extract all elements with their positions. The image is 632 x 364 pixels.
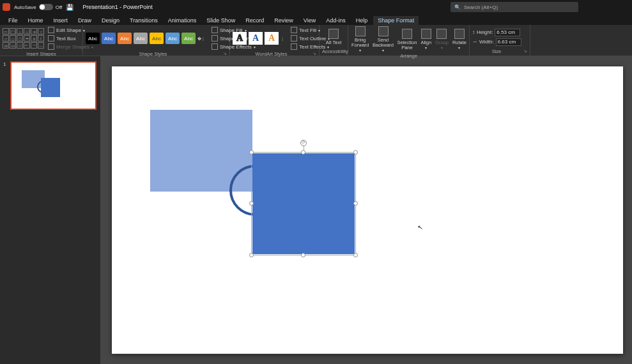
rotate-line <box>304 146 304 151</box>
dialog-launcher-icon[interactable]: ↘ <box>220 51 227 56</box>
slide-canvas-area[interactable]: ↖ <box>100 56 632 364</box>
autosave-toggle[interactable]: AutoSave Off <box>14 4 62 10</box>
selection-pane-icon <box>402 29 412 39</box>
document-title: Presentation1 - PowerPoint <box>82 4 153 10</box>
style-thumb[interactable]: Abc <box>118 33 132 44</box>
send-backward-icon <box>378 26 389 36</box>
align-icon <box>421 29 431 39</box>
tab-review[interactable]: Review <box>270 16 298 25</box>
wordart-gallery[interactable]: A A A ⋮ <box>233 32 284 45</box>
dialog-launcher-icon[interactable]: ↘ <box>521 49 527 54</box>
thumbnail-panel[interactable]: 1 <box>0 56 100 364</box>
style-thumb[interactable]: Abc <box>134 33 148 44</box>
text-box-icon <box>48 35 54 42</box>
group-label: Accessibility <box>322 48 345 54</box>
group-shape-styles: Abc Abc Abc Abc Abc Abc Abc �⋮ Shape Fil… <box>83 25 230 56</box>
gallery-more-icon[interactable]: �⋮ <box>197 36 205 41</box>
rotate-button[interactable]: Rotate▾ <box>452 29 467 50</box>
autosave-label: AutoSave <box>14 4 36 10</box>
wordart-thumb[interactable]: A <box>249 32 263 45</box>
autosave-state: Off <box>56 4 63 10</box>
text-fill-icon <box>291 27 297 33</box>
ribbon-tabs: File Home Insert Draw Design Transitions… <box>0 14 632 25</box>
tab-design[interactable]: Design <box>97 16 124 25</box>
toggle-icon <box>39 4 53 10</box>
dialog-launcher-icon[interactable]: ↘ <box>310 51 316 56</box>
thumb-shape <box>41 78 60 97</box>
slide-number: 1 <box>3 61 6 67</box>
width-input[interactable] <box>496 38 521 46</box>
alt-text-button[interactable]: Alt Text <box>323 29 344 45</box>
group-insert-shapes: ▭◯△⬠➔☆ ▱◇⬡↦≋{ ⊞⊟⬭⭠⭢⋯ Edit Shape▾ Text Bo… <box>0 25 83 56</box>
app-icon <box>3 3 10 11</box>
text-effects-icon <box>291 43 297 50</box>
save-icon[interactable]: 💾 <box>66 4 73 11</box>
text-outline-icon <box>291 35 297 42</box>
style-thumb[interactable]: Abc <box>86 33 100 44</box>
width-icon: ↔ <box>472 39 477 45</box>
merge-icon <box>48 43 54 50</box>
edit-shape-icon <box>48 27 54 33</box>
tab-animations[interactable]: Animations <box>164 16 201 25</box>
tab-shape-format[interactable]: Shape Format <box>373 16 419 25</box>
ribbon: ▭◯△⬠➔☆ ▱◇⬡↦≋{ ⊞⊟⬭⭠⭢⋯ Edit Shape▾ Text Bo… <box>0 25 632 56</box>
wordart-thumb[interactable]: A <box>265 32 279 45</box>
tab-slideshow[interactable]: Slide Show <box>202 16 240 25</box>
bring-forward-button[interactable]: Bring Forward▾ <box>351 26 370 52</box>
tab-record[interactable]: Record <box>241 16 268 25</box>
effects-icon <box>212 43 218 50</box>
rotate-icon <box>454 29 465 39</box>
tab-home[interactable]: Home <box>24 16 48 25</box>
tab-addins[interactable]: Add-ins <box>321 16 350 25</box>
group-label: Size <box>492 49 502 54</box>
shape-style-gallery[interactable]: Abc Abc Abc Abc Abc Abc Abc �⋮ <box>86 33 205 44</box>
rotate-handle[interactable] <box>300 140 307 146</box>
tab-help[interactable]: Help <box>351 16 373 25</box>
tab-draw[interactable]: Draw <box>73 16 96 25</box>
shape-gallery[interactable]: ▭◯△⬠➔☆ ▱◇⬡↦≋{ ⊞⊟⬭⭠⭢⋯ <box>3 28 44 49</box>
height-icon: ↕ <box>472 29 475 35</box>
search-icon: 🔍 <box>454 4 461 10</box>
group-wordart: A A A ⋮ Text Fill▾ Text Outline▾ Text Ef… <box>230 25 320 56</box>
tab-file[interactable]: File <box>4 16 22 25</box>
group-arrange: Bring Forward▾ Send Backward▾ Selection … <box>348 25 470 56</box>
tab-insert[interactable]: Insert <box>49 16 73 25</box>
alt-text-icon <box>328 29 339 39</box>
search-placeholder: Search (Alt+Q) <box>464 4 498 10</box>
group-button: Group▾ <box>435 29 449 50</box>
workspace: 1 ↖ <box>0 56 632 364</box>
search-input[interactable]: 🔍 Search (Alt+Q) <box>451 2 578 12</box>
shape-rectangle-selected[interactable] <box>252 153 355 254</box>
style-thumb[interactable]: Abc <box>181 33 196 44</box>
send-backward-button[interactable]: Send Backward▾ <box>373 26 394 52</box>
selection-pane-button[interactable]: Selection Pane <box>397 29 418 50</box>
align-button[interactable]: Align▾ <box>420 29 432 50</box>
cursor-icon: ↖ <box>417 223 423 231</box>
height-field[interactable]: ↕ Height: <box>472 29 520 36</box>
slide[interactable]: ↖ <box>112 66 623 354</box>
tab-transitions[interactable]: Transitions <box>125 16 162 25</box>
height-input[interactable] <box>495 29 520 36</box>
group-size: ↕ Height: ↔ Width: Size↘ <box>470 25 530 56</box>
group-icon <box>436 29 447 39</box>
style-thumb[interactable]: Abc <box>150 33 164 44</box>
outline-icon <box>212 35 218 42</box>
width-field[interactable]: ↔ Width: <box>472 38 521 46</box>
slide-thumbnail-1[interactable] <box>10 61 96 110</box>
wordart-thumb[interactable]: A <box>233 32 247 45</box>
bring-forward-icon <box>355 26 366 36</box>
style-thumb[interactable]: Abc <box>166 33 180 44</box>
gallery-more-icon[interactable]: ⋮ <box>281 36 284 41</box>
group-accessibility: Alt Text Accessibility <box>320 25 348 56</box>
tab-view[interactable]: View <box>299 16 320 25</box>
fill-icon <box>212 27 218 33</box>
style-thumb[interactable]: Abc <box>102 33 116 44</box>
